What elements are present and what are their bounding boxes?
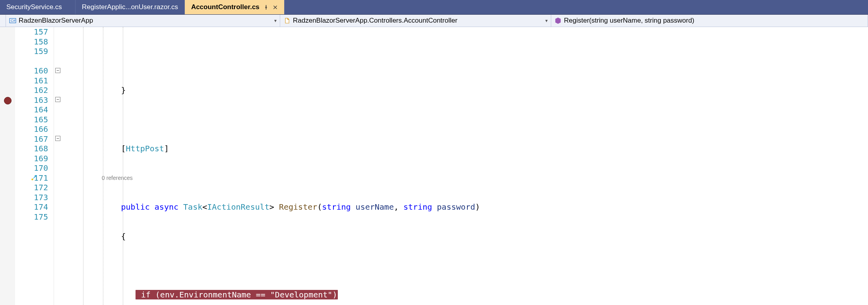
code-line: public async Task<IActionResult> Registe… <box>62 202 868 212</box>
line-number: 172 <box>15 183 48 193</box>
tab-accountcontroller[interactable]: AccountController.cs <box>185 0 285 14</box>
breakpoint-dot[interactable] <box>4 97 12 104</box>
outlining-margin[interactable] <box>54 27 62 305</box>
nav-gutter <box>0 15 6 27</box>
line-number: 161 <box>15 76 48 86</box>
code-line: } <box>62 85 868 95</box>
tab-securityservice[interactable]: SecurityService.cs <box>0 0 76 14</box>
tab-label: AccountController.cs <box>191 3 260 11</box>
line-number-margin: 157 158 159 160 161 162 163 164 165 166 … <box>15 27 54 305</box>
chevron-down-icon: ▾ <box>272 18 277 23</box>
code-line: { <box>62 232 868 241</box>
fold-toggle[interactable] <box>55 97 60 102</box>
line-number: 169 <box>15 154 48 164</box>
tab-label: SecurityService.cs <box>6 3 62 11</box>
tab-registerapplicationuser[interactable]: RegisterApplic...onUser.razor.cs <box>76 0 185 14</box>
code-line <box>62 115 868 125</box>
pin-icon[interactable] <box>264 5 269 10</box>
codelens-references[interactable]: 0 references <box>62 173 868 183</box>
line-number: 173 <box>15 193 48 203</box>
nav-member-dropdown[interactable]: Register(string userName, string passwor… <box>551 15 868 27</box>
nav-class-dropdown[interactable]: RadzenBlazorServerApp.Controllers.Accoun… <box>280 15 551 27</box>
line-number: 160 <box>15 66 48 76</box>
close-icon[interactable] <box>273 5 278 10</box>
line-number: 165 <box>15 115 48 125</box>
line-number: 170 <box>15 163 48 173</box>
code-line <box>62 261 868 270</box>
code-line: [HttpPost] <box>62 144 868 154</box>
nav-project-text: RadzenBlazorServerApp <box>19 17 272 25</box>
breakpoint-margin[interactable] <box>0 27 15 305</box>
line-number: 164 <box>15 105 48 115</box>
line-number: 159 <box>15 46 48 56</box>
line-number: 163 <box>15 95 48 105</box>
nav-project-dropdown[interactable]: C# RadzenBlazorServerApp ▾ <box>6 15 280 27</box>
tab-bar-empty <box>285 0 868 14</box>
code-line-breakpoint: if (env.EnvironmentName == "Development"… <box>62 290 868 300</box>
tab-label: RegisterApplic...onUser.razor.cs <box>82 3 178 11</box>
fold-toggle[interactable] <box>55 136 60 141</box>
line-number <box>15 56 48 66</box>
line-number: 168 <box>15 144 48 154</box>
line-number: 174 <box>15 202 48 212</box>
line-number: 157 <box>15 27 48 37</box>
nav-member-text: Register(string userName, string passwor… <box>564 17 864 25</box>
svg-text:C#: C# <box>11 19 15 23</box>
fold-toggle[interactable] <box>55 68 60 73</box>
document-tab-bar: SecurityService.cs RegisterApplic...onUs… <box>0 0 868 15</box>
line-number: 162 <box>15 85 48 95</box>
class-icon <box>283 17 291 24</box>
line-number: 158 <box>15 37 48 47</box>
line-number: 167 <box>15 134 48 144</box>
line-number: 166 <box>15 124 48 134</box>
quick-actions-icon[interactable] <box>31 173 38 183</box>
nav-class-text: RadzenBlazorServerApp.Controllers.Accoun… <box>293 17 543 25</box>
method-icon <box>554 17 562 24</box>
code-editor[interactable]: 157 158 159 160 161 162 163 164 165 166 … <box>0 27 868 305</box>
navigation-bar: C# RadzenBlazorServerApp ▾ RadzenBlazorS… <box>0 15 868 27</box>
code-area[interactable]: } [HttpPost] 0 references public async T… <box>62 27 868 305</box>
csharp-project-icon: C# <box>9 17 16 24</box>
svg-point-2 <box>31 178 33 180</box>
chevron-down-icon: ▾ <box>543 18 548 23</box>
line-number: 175 <box>15 212 48 222</box>
